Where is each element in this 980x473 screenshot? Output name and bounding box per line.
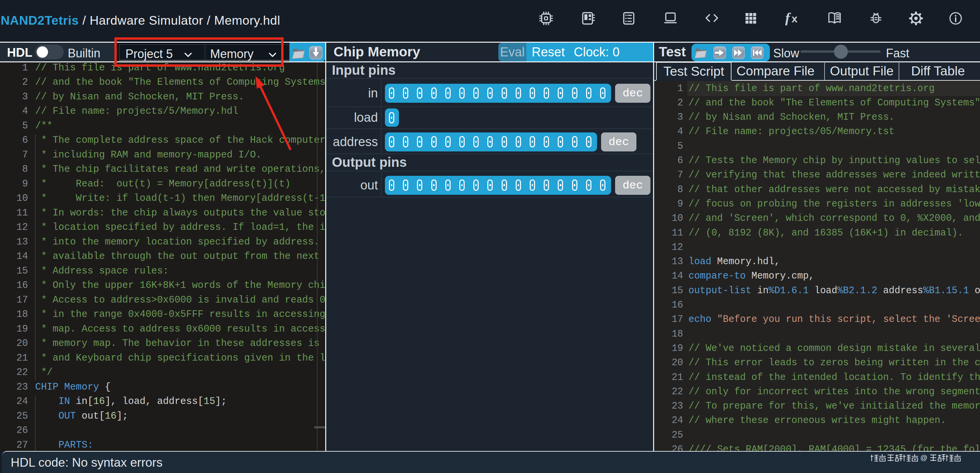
- svg-text:@: @: [920, 454, 927, 461]
- svg-text:x: x: [792, 13, 797, 25]
- svg-text:f: f: [785, 10, 791, 25]
